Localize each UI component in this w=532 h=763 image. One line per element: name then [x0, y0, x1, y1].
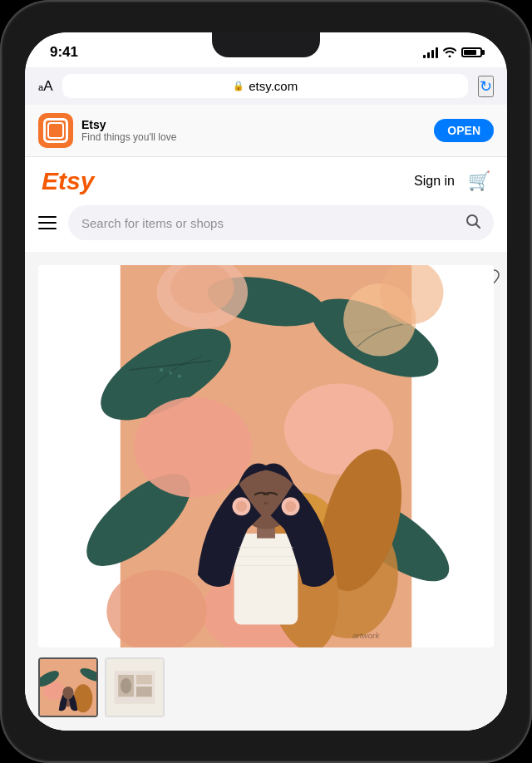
battery-icon	[461, 47, 482, 57]
phone-inner: 9:41	[25, 32, 507, 731]
screen: 9:41	[25, 32, 507, 731]
cart-icon[interactable]: 🛒	[468, 170, 490, 192]
url-text: etsy.com	[249, 79, 298, 93]
header-actions: Sign in 🛒	[414, 170, 490, 192]
svg-point-26	[285, 501, 296, 512]
svg-text:artwork: artwork	[352, 631, 380, 640]
app-name: Etsy	[81, 118, 426, 131]
status-time: 9:41	[50, 44, 78, 61]
product-image-container: artwork	[38, 265, 494, 647]
app-desc: Find things you'll love	[81, 131, 426, 143]
open-app-button[interactable]: OPEN	[434, 119, 494, 142]
status-icons	[423, 47, 482, 58]
notch	[212, 32, 320, 57]
search-section: Search for items or shops	[25, 205, 507, 252]
search-icon[interactable]	[466, 214, 480, 232]
svg-point-42	[62, 687, 73, 699]
product-area: artwork	[25, 252, 507, 731]
browser-aa-button[interactable]: aA	[38, 78, 52, 95]
reload-button[interactable]: ↻	[478, 76, 494, 97]
wifi-icon	[443, 47, 456, 57]
svg-point-31	[178, 374, 181, 377]
app-banner: Etsy Find things you'll love OPEN	[25, 105, 507, 157]
signal-icon	[423, 47, 438, 58]
svg-line-1	[476, 224, 480, 229]
svg-rect-46	[136, 675, 152, 684]
svg-point-32	[160, 368, 163, 372]
browser-url-bar[interactable]: 🔒 etsy.com	[62, 74, 468, 98]
app-info: Etsy Find things you'll love	[81, 118, 426, 143]
hamburger-button[interactable]	[38, 216, 57, 229]
thumbnail-1[interactable]	[38, 657, 98, 717]
lock-icon: 🔒	[233, 81, 244, 91]
sign-in-button[interactable]: Sign in	[414, 174, 455, 189]
svg-point-10	[134, 397, 252, 497]
etsy-logo: Etsy	[42, 167, 94, 195]
search-bar[interactable]: Search for items or shops	[68, 205, 494, 240]
svg-point-48	[121, 678, 131, 694]
phone-frame: 9:41	[0, 0, 532, 763]
website-content: Etsy Sign in 🛒 Search for items or shops	[25, 157, 507, 731]
etsy-header: Etsy Sign in 🛒	[25, 157, 507, 205]
etsy-app-icon	[38, 113, 73, 148]
product-artwork: artwork	[38, 265, 494, 647]
search-placeholder: Search for items or shops	[81, 216, 459, 230]
thumbnail-2[interactable]	[105, 657, 165, 717]
browser-bar: aA 🔒 etsy.com ↻	[25, 67, 507, 105]
svg-rect-47	[136, 687, 152, 697]
thumbnails-row	[38, 657, 494, 717]
svg-point-24	[236, 501, 247, 512]
